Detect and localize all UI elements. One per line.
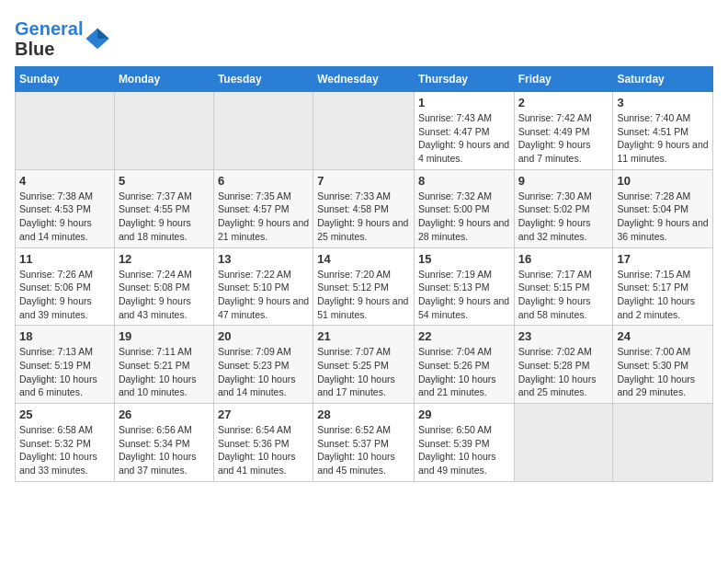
day-number: 14 (317, 252, 410, 266)
calendar-cell (313, 92, 415, 170)
calendar-header-row: SundayMondayTuesdayWednesdayThursdayFrid… (16, 67, 713, 92)
calendar-cell: 6Sunrise: 7:35 AMSunset: 4:57 PMDaylight… (213, 169, 313, 247)
weekday-header: Saturday (613, 67, 713, 92)
day-info: Sunrise: 7:22 AMSunset: 5:10 PMDaylight:… (218, 268, 309, 322)
day-number: 5 (119, 174, 210, 188)
calendar-cell (114, 92, 213, 170)
day-info: Sunrise: 7:19 AMSunset: 5:13 PMDaylight:… (418, 268, 510, 322)
calendar-cell: 10Sunrise: 7:28 AMSunset: 5:04 PMDayligh… (613, 169, 713, 247)
day-number: 28 (317, 408, 410, 421)
day-number: 8 (418, 174, 510, 188)
calendar-cell: 17Sunrise: 7:15 AMSunset: 5:17 PMDayligh… (613, 247, 713, 326)
day-number: 23 (518, 329, 609, 343)
logo-icon (85, 26, 110, 52)
day-info: Sunrise: 6:54 AMSunset: 5:36 PMDaylight:… (218, 423, 309, 477)
day-number: 20 (218, 329, 309, 343)
day-number: 4 (19, 174, 110, 188)
day-number: 15 (418, 252, 510, 266)
day-number: 18 (19, 329, 110, 343)
day-info: Sunrise: 7:30 AMSunset: 5:02 PMDaylight:… (518, 190, 609, 244)
calendar-cell (613, 404, 713, 482)
day-number: 6 (218, 174, 309, 188)
day-number: 10 (617, 174, 709, 188)
day-info: Sunrise: 7:24 AMSunset: 5:08 PMDaylight:… (119, 268, 210, 322)
calendar-cell: 16Sunrise: 7:17 AMSunset: 5:15 PMDayligh… (514, 247, 613, 326)
day-info: Sunrise: 7:35 AMSunset: 4:57 PMDaylight:… (218, 190, 309, 244)
calendar-cell (16, 92, 115, 170)
calendar-week-row: 4Sunrise: 7:38 AMSunset: 4:53 PMDaylight… (16, 169, 713, 247)
calendar-cell: 20Sunrise: 7:09 AMSunset: 5:23 PMDayligh… (213, 326, 313, 404)
day-info: Sunrise: 7:26 AMSunset: 5:06 PMDaylight:… (19, 268, 110, 322)
day-number: 11 (19, 252, 110, 266)
calendar-cell: 21Sunrise: 7:07 AMSunset: 5:25 PMDayligh… (313, 326, 415, 404)
day-info: Sunrise: 7:04 AMSunset: 5:26 PMDaylight:… (418, 345, 510, 399)
day-number: 13 (218, 252, 309, 266)
weekday-header: Wednesday (313, 67, 415, 92)
day-number: 3 (617, 96, 709, 109)
calendar-cell: 7Sunrise: 7:33 AMSunset: 4:58 PMDaylight… (313, 169, 415, 247)
calendar-cell: 12Sunrise: 7:24 AMSunset: 5:08 PMDayligh… (114, 247, 213, 326)
day-info: Sunrise: 7:15 AMSunset: 5:17 PMDaylight:… (617, 268, 709, 322)
calendar-cell: 11Sunrise: 7:26 AMSunset: 5:06 PMDayligh… (16, 247, 115, 326)
day-number: 7 (317, 174, 410, 188)
day-number: 1 (418, 96, 510, 109)
calendar-cell: 4Sunrise: 7:38 AMSunset: 4:53 PMDaylight… (16, 169, 115, 247)
day-number: 25 (19, 408, 110, 421)
calendar-cell: 23Sunrise: 7:02 AMSunset: 5:28 PMDayligh… (514, 326, 613, 404)
logo-text: GeneralBlue (15, 18, 83, 59)
day-info: Sunrise: 7:02 AMSunset: 5:28 PMDaylight:… (518, 345, 609, 399)
calendar-cell: 8Sunrise: 7:32 AMSunset: 5:00 PMDaylight… (414, 169, 514, 247)
svg-marker-1 (97, 29, 109, 39)
day-info: Sunrise: 7:28 AMSunset: 5:04 PMDaylight:… (617, 190, 709, 244)
day-info: Sunrise: 7:33 AMSunset: 4:58 PMDaylight:… (317, 190, 410, 244)
calendar-cell: 25Sunrise: 6:58 AMSunset: 5:32 PMDayligh… (16, 404, 115, 482)
calendar-cell: 13Sunrise: 7:22 AMSunset: 5:10 PMDayligh… (213, 247, 313, 326)
day-info: Sunrise: 7:32 AMSunset: 5:00 PMDaylight:… (418, 190, 510, 244)
calendar-cell: 14Sunrise: 7:20 AMSunset: 5:12 PMDayligh… (313, 247, 415, 326)
calendar-week-row: 18Sunrise: 7:13 AMSunset: 5:19 PMDayligh… (16, 326, 713, 404)
day-number: 21 (317, 329, 410, 343)
calendar-cell: 9Sunrise: 7:30 AMSunset: 5:02 PMDaylight… (514, 169, 613, 247)
calendar-cell: 3Sunrise: 7:40 AMSunset: 4:51 PMDaylight… (613, 92, 713, 170)
calendar-cell: 15Sunrise: 7:19 AMSunset: 5:13 PMDayligh… (414, 247, 514, 326)
day-info: Sunrise: 6:56 AMSunset: 5:34 PMDaylight:… (119, 423, 210, 477)
day-number: 9 (518, 174, 609, 188)
day-number: 29 (418, 408, 510, 421)
day-number: 12 (119, 252, 210, 266)
day-number: 26 (119, 408, 210, 421)
weekday-header: Tuesday (213, 67, 313, 92)
logo: GeneralBlue (15, 18, 110, 59)
day-info: Sunrise: 7:20 AMSunset: 5:12 PMDaylight:… (317, 268, 410, 322)
calendar-week-row: 11Sunrise: 7:26 AMSunset: 5:06 PMDayligh… (16, 247, 713, 326)
weekday-header: Sunday (16, 67, 115, 92)
day-number: 2 (518, 96, 609, 109)
day-info: Sunrise: 7:09 AMSunset: 5:23 PMDaylight:… (218, 345, 309, 399)
day-number: 27 (218, 408, 309, 421)
calendar-cell: 24Sunrise: 7:00 AMSunset: 5:30 PMDayligh… (613, 326, 713, 404)
day-info: Sunrise: 7:38 AMSunset: 4:53 PMDaylight:… (19, 190, 110, 244)
weekday-header: Friday (514, 67, 613, 92)
calendar-cell (514, 404, 613, 482)
day-info: Sunrise: 7:17 AMSunset: 5:15 PMDaylight:… (518, 268, 609, 322)
calendar-week-row: 1Sunrise: 7:43 AMSunset: 4:47 PMDaylight… (16, 92, 713, 170)
day-number: 24 (617, 329, 709, 343)
day-info: Sunrise: 7:43 AMSunset: 4:47 PMDaylight:… (418, 111, 510, 166)
calendar-cell: 2Sunrise: 7:42 AMSunset: 4:49 PMDaylight… (514, 92, 613, 170)
calendar-table: SundayMondayTuesdayWednesdayThursdayFrid… (15, 66, 713, 482)
calendar-cell: 22Sunrise: 7:04 AMSunset: 5:26 PMDayligh… (414, 326, 514, 404)
page-header: GeneralBlue (15, 15, 713, 59)
day-info: Sunrise: 7:00 AMSunset: 5:30 PMDaylight:… (617, 345, 709, 399)
day-number: 16 (518, 252, 609, 266)
calendar-week-row: 25Sunrise: 6:58 AMSunset: 5:32 PMDayligh… (16, 404, 713, 482)
calendar-cell: 19Sunrise: 7:11 AMSunset: 5:21 PMDayligh… (114, 326, 213, 404)
day-info: Sunrise: 7:07 AMSunset: 5:25 PMDaylight:… (317, 345, 410, 399)
day-info: Sunrise: 6:50 AMSunset: 5:39 PMDaylight:… (418, 423, 510, 477)
day-info: Sunrise: 7:13 AMSunset: 5:19 PMDaylight:… (19, 345, 110, 399)
day-info: Sunrise: 7:37 AMSunset: 4:55 PMDaylight:… (119, 190, 210, 244)
calendar-cell: 26Sunrise: 6:56 AMSunset: 5:34 PMDayligh… (114, 404, 213, 482)
calendar-cell: 29Sunrise: 6:50 AMSunset: 5:39 PMDayligh… (414, 404, 514, 482)
calendar-cell (213, 92, 313, 170)
calendar-cell: 27Sunrise: 6:54 AMSunset: 5:36 PMDayligh… (213, 404, 313, 482)
day-number: 22 (418, 329, 510, 343)
calendar-cell: 28Sunrise: 6:52 AMSunset: 5:37 PMDayligh… (313, 404, 415, 482)
